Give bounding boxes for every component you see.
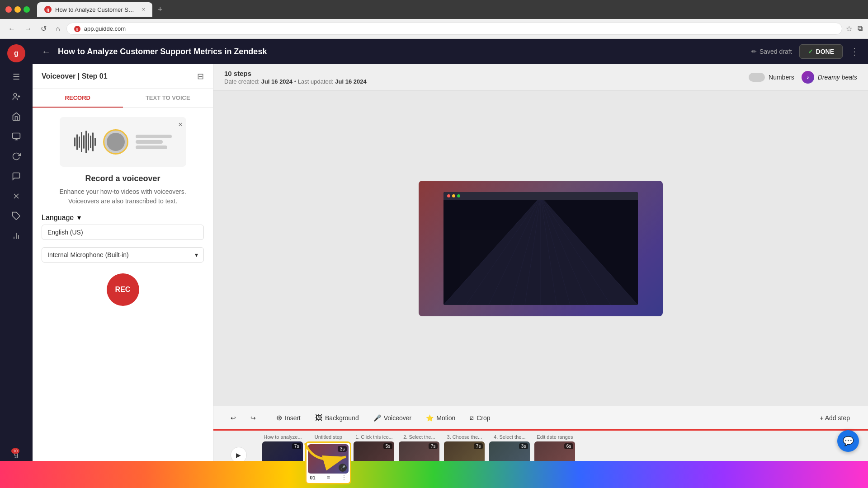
language-label: Language <box>42 214 74 222</box>
background-button[interactable]: 🖼 Background <box>309 410 365 426</box>
dot-minimize[interactable] <box>14 6 21 13</box>
home-button[interactable]: ⌂ <box>53 23 63 35</box>
redo-button[interactable]: ↪ <box>244 411 262 425</box>
numbers-label: Numbers <box>769 74 794 81</box>
url-favicon: g <box>74 26 80 32</box>
duration-badge-04: 7s <box>474 443 483 449</box>
undo-button[interactable]: ↩ <box>224 411 242 425</box>
microphone-selector[interactable]: Internal Microphone (Built-in) ▾ <box>42 247 204 263</box>
preview-canvas <box>213 91 868 406</box>
browser-toolbar: ← → ↺ ⌂ g app.guidde.com ☆ ⧉ <box>0 19 868 39</box>
sidebar-item-chart[interactable] <box>7 227 25 245</box>
steps-count: 10 steps <box>224 70 367 77</box>
plus-icon: ⊕ <box>276 413 282 422</box>
done-button[interactable]: ✓ DONE <box>799 44 843 59</box>
add-step-button[interactable]: + Add step <box>812 411 857 425</box>
tab-text-to-voice[interactable]: TEXT TO VOICE <box>123 89 213 108</box>
done-label: DONE <box>816 48 834 55</box>
tab-record[interactable]: RECORD <box>33 89 123 108</box>
sidebar-item-puzzle[interactable] <box>7 207 25 225</box>
forward-button[interactable]: → <box>22 23 34 35</box>
building-image <box>443 192 638 305</box>
record-button[interactable]: REC <box>107 273 139 306</box>
sidebar-item-video[interactable] <box>7 127 25 145</box>
bottom-gradient-bar <box>0 461 868 488</box>
sidebar-item-chat[interactable] <box>7 167 25 185</box>
preview-topbar: 10 steps Date created: Jul 16 2024 • Las… <box>213 64 868 91</box>
bookmark-icon[interactable]: ☆ <box>846 24 852 33</box>
timeline-item-01[interactable]: Untitled step 3s 🎤 01 ≡ ⋮ <box>305 434 351 484</box>
dot-close[interactable] <box>5 6 12 13</box>
microphone-dropdown-arrow: ▾ <box>195 251 198 258</box>
timeline-label-06: Edit date ranges <box>537 434 573 440</box>
reload-button[interactable]: ↺ <box>38 23 49 35</box>
numbers-toggle[interactable]: Numbers <box>749 73 794 82</box>
panel-title: Voiceover | Step 01 <box>42 72 108 80</box>
browser-dots <box>5 6 30 13</box>
date-info: Date created: Jul 16 2024 • Last updated… <box>224 78 367 85</box>
insert-button[interactable]: ⊕ Insert <box>270 410 307 426</box>
slide-inner <box>443 192 638 305</box>
sidebar-item-menu[interactable]: ☰ <box>7 68 25 86</box>
language-selector[interactable]: English (US) <box>42 225 204 240</box>
timeline-label-04: 3. Choose the... <box>447 434 482 440</box>
more-options-button[interactable]: ⋮ <box>850 46 859 57</box>
timeline-reorder-icon[interactable]: ≡ <box>327 474 330 481</box>
browser-toolbar-icons: ☆ ⧉ <box>846 24 863 33</box>
motion-button[interactable]: ⭐ Motion <box>420 411 462 425</box>
header-back-button[interactable]: ← <box>42 47 51 57</box>
timeline-label-01: Untitled step <box>315 434 342 440</box>
close-illustration-button[interactable]: × <box>178 121 182 129</box>
main-preview: 10 steps Date created: Jul 16 2024 • Las… <box>213 64 868 488</box>
toggle-switch[interactable] <box>749 73 765 82</box>
caption-icon[interactable]: ⊟ <box>197 71 204 81</box>
back-button[interactable]: ← <box>5 23 18 35</box>
extensions-icon[interactable]: ⧉ <box>858 24 863 33</box>
browser-titlebar: g How to Analyze Customer Suppor × + <box>0 0 868 19</box>
language-row: Language ▾ <box>42 213 204 222</box>
timeline-label-02: 1. Click this ico... <box>355 434 393 440</box>
duration-badge-02: 5s <box>383 443 393 449</box>
timeline-more-icon-01[interactable]: ⋮ <box>341 474 347 481</box>
browser-tab[interactable]: g How to Analyze Customer Suppor × <box>37 2 152 17</box>
tab-close-button[interactable]: × <box>142 6 145 13</box>
sidebar-item-cross[interactable] <box>7 187 25 205</box>
sidebar-item-home[interactable] <box>7 108 25 126</box>
sidebar-item-add-user[interactable] <box>7 88 25 106</box>
sidebar-item-refresh[interactable] <box>7 147 25 165</box>
music-title: Dreamy beats <box>818 74 857 81</box>
page-title: How to Analyze Customer Support Metrics … <box>58 47 744 56</box>
voiceover-main-title: Record a voiceover <box>85 174 160 183</box>
language-dropdown-arrow[interactable]: ▾ <box>77 213 81 222</box>
app-container: g ☰ g 10 <box>0 39 868 488</box>
audio-bars <box>74 131 96 153</box>
notification-badge[interactable]: g 10 <box>7 445 25 463</box>
toolbar: ↩ ↪ ⊕ Insert 🖼 Background 🎤 <box>213 406 868 429</box>
music-badge[interactable]: ♪ Dreamy beats <box>802 71 857 84</box>
voiceover-illustration: × <box>60 117 186 167</box>
left-panel: Voiceover | Step 01 ⊟ RECORD TEXT TO VOI… <box>33 64 213 488</box>
svg-rect-3 <box>13 133 20 139</box>
duration-badge-intro: 7s <box>292 443 302 449</box>
timeline-thumb-01: 3s 🎤 <box>308 444 349 474</box>
rec-area: REC <box>107 273 139 306</box>
url-text: app.guidde.com <box>84 25 126 32</box>
check-icon: ✓ <box>808 48 813 55</box>
timeline-label-03: 2. Select the... <box>403 434 435 440</box>
new-tab-button[interactable]: + <box>158 5 163 14</box>
preview-controls-right: Numbers ♪ Dreamy beats <box>749 71 857 84</box>
slide-preview <box>419 181 663 316</box>
crop-button[interactable]: ⧄ Crop <box>463 410 496 425</box>
toolbar-right: + Add step <box>812 411 857 425</box>
chat-bubble-button[interactable]: 💬 <box>837 430 859 452</box>
music-icon: ♪ <box>802 71 814 84</box>
url-bar[interactable]: g app.guidde.com <box>66 23 842 35</box>
panel-header: Voiceover | Step 01 ⊟ <box>33 64 213 89</box>
notification-icon[interactable]: g 10 <box>7 445 25 463</box>
dot-maximize[interactable] <box>24 6 30 13</box>
sidebar-logo[interactable]: g <box>7 44 25 62</box>
undo-icon: ↩ <box>231 414 236 422</box>
voiceover-button[interactable]: 🎤 Voiceover <box>367 411 418 425</box>
microphone-icon: 🎤 <box>373 414 381 422</box>
timeline-number-01: 01 <box>310 475 315 480</box>
